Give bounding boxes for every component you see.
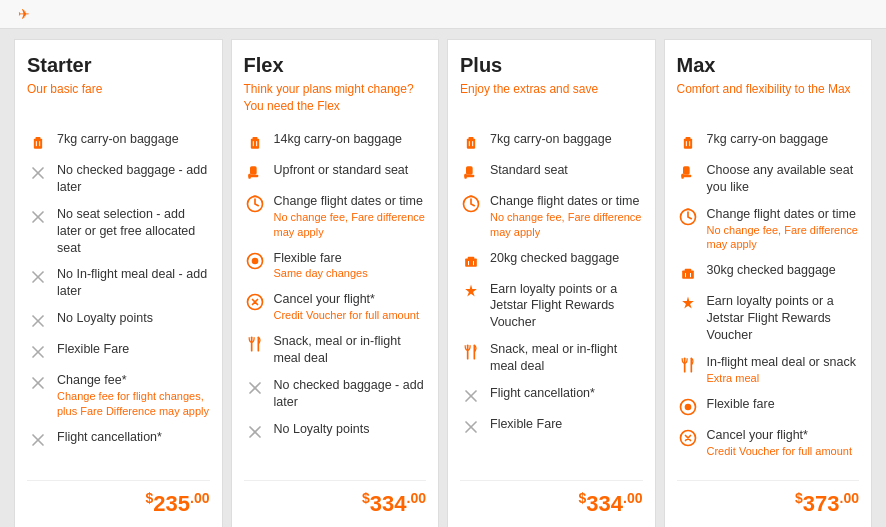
feature-icon-baggage2 bbox=[460, 251, 482, 271]
features-list-plus: 7kg carry-on baggageStandard seatChange … bbox=[460, 131, 643, 468]
feature-text: 7kg carry-on baggage bbox=[490, 131, 612, 148]
feature-icon-baggage bbox=[27, 132, 49, 152]
list-item: Cancel your flight*Credit Voucher for fu… bbox=[677, 427, 860, 459]
currency-symbol: $ bbox=[795, 489, 803, 505]
feature-icon-baggage bbox=[677, 132, 699, 152]
feature-text: Flexible Fare bbox=[490, 416, 562, 433]
feature-text: 30kg checked baggage bbox=[707, 262, 836, 279]
list-item: Flexible Fare bbox=[27, 341, 210, 362]
feature-icon-cross bbox=[27, 207, 49, 227]
feature-text: No checked baggage - add later bbox=[274, 377, 427, 411]
list-item: 7kg carry-on baggage bbox=[460, 131, 643, 152]
cards-container: StarterOur basic fare7kg carry-on baggag… bbox=[0, 29, 886, 527]
feature-text: No In-flight meal deal - add later bbox=[57, 266, 210, 300]
price-plus: $334.00 bbox=[579, 491, 643, 516]
list-item: 7kg carry-on baggage bbox=[27, 131, 210, 152]
svg-rect-22 bbox=[250, 166, 257, 174]
price-max: $373.00 bbox=[795, 491, 859, 516]
feature-icon-cancel bbox=[244, 292, 266, 312]
feature-text: Upfront or standard seat bbox=[274, 162, 409, 179]
svg-point-27 bbox=[251, 257, 258, 264]
list-item: No checked baggage - add later bbox=[244, 377, 427, 411]
card-subtitle-starter: Our basic fare bbox=[27, 81, 210, 117]
list-item: Flexible fareSame day changes bbox=[244, 250, 427, 282]
list-item: 30kg checked baggage bbox=[677, 262, 860, 283]
feature-text: Flight cancellation* bbox=[57, 429, 162, 446]
svg-rect-18 bbox=[250, 139, 258, 149]
list-item: Snack, meal or in-flight meal deal bbox=[460, 341, 643, 375]
svg-rect-24 bbox=[248, 174, 251, 179]
list-item: No checked baggage - add later bbox=[27, 162, 210, 196]
feature-icon-cross bbox=[27, 267, 49, 287]
features-list-starter: 7kg carry-on baggageNo checked baggage -… bbox=[27, 131, 210, 468]
feature-text: Change flight dates or timeNo change fee… bbox=[707, 206, 860, 253]
feature-text: Standard seat bbox=[490, 162, 568, 179]
card-subtitle-flex: Think your plans might change? You need … bbox=[244, 81, 427, 117]
feature-icon-flex bbox=[677, 397, 699, 417]
svg-rect-35 bbox=[467, 139, 475, 149]
svg-rect-43 bbox=[465, 258, 477, 266]
feature-text: Change flight dates or timeNo change fee… bbox=[274, 193, 427, 240]
list-item: Flight cancellation* bbox=[27, 429, 210, 450]
feature-text: No Loyalty points bbox=[274, 421, 370, 438]
feature-text: 14kg carry-on baggage bbox=[274, 131, 403, 148]
feature-text: Choose any available seat you like bbox=[707, 162, 860, 196]
feature-subtext: Credit Voucher for full amount bbox=[707, 444, 853, 459]
list-item: Choose any available seat you like bbox=[677, 162, 860, 196]
svg-rect-57 bbox=[683, 166, 690, 174]
list-item: Flight cancellation* bbox=[460, 385, 643, 406]
feature-text: Earn loyalty points or a Jetstar Flight … bbox=[490, 281, 643, 332]
list-item: Earn loyalty points or a Jetstar Flight … bbox=[677, 293, 860, 344]
feature-icon-seat bbox=[677, 163, 699, 183]
list-item: No Loyalty points bbox=[27, 310, 210, 331]
feature-icon-meal bbox=[244, 334, 266, 354]
feature-text: No checked baggage - add later bbox=[57, 162, 210, 196]
currency-symbol: $ bbox=[146, 489, 154, 505]
card-max: MaxComfort and flexibility to the Max7kg… bbox=[664, 39, 873, 527]
list-item: 7kg carry-on baggage bbox=[677, 131, 860, 152]
list-item: Change flight dates or timeNo change fee… bbox=[244, 193, 427, 240]
svg-rect-41 bbox=[464, 174, 467, 179]
price-starter: $235.00 bbox=[146, 491, 210, 516]
feature-icon-change bbox=[677, 207, 699, 227]
feature-text: Earn loyalty points or a Jetstar Flight … bbox=[707, 293, 860, 344]
list-item: Change flight dates or timeNo change fee… bbox=[460, 193, 643, 240]
feature-subtext: No change fee, Fare difference may apply bbox=[707, 223, 860, 253]
feature-icon-change bbox=[244, 194, 266, 214]
svg-rect-62 bbox=[684, 269, 691, 272]
feature-icon-cancel bbox=[677, 428, 699, 448]
list-item: Flexible Fare bbox=[460, 416, 643, 437]
svg-rect-59 bbox=[681, 174, 684, 179]
price-row-max: $373.00 bbox=[677, 480, 860, 516]
feature-icon-seat bbox=[460, 163, 482, 183]
feature-icon-cross bbox=[244, 378, 266, 398]
svg-rect-53 bbox=[683, 139, 691, 149]
list-item: Earn loyalty points or a Jetstar Flight … bbox=[460, 281, 643, 332]
svg-rect-61 bbox=[682, 271, 694, 279]
feature-icon-meal bbox=[677, 355, 699, 375]
feature-icon-baggage bbox=[244, 132, 266, 152]
features-list-max: 7kg carry-on baggageChoose any available… bbox=[677, 131, 860, 468]
feature-text: No Loyalty points bbox=[57, 310, 153, 327]
feature-text: 7kg carry-on baggage bbox=[57, 131, 179, 148]
feature-icon-loyalty bbox=[677, 294, 699, 314]
list-item: No seat selection - add later or get fre… bbox=[27, 206, 210, 257]
list-item: 20kg checked baggage bbox=[460, 250, 643, 271]
card-title-flex: Flex bbox=[244, 54, 427, 77]
list-item: Cancel your flight*Credit Voucher for fu… bbox=[244, 291, 427, 323]
feature-text: Snack, meal or in-flight meal deal bbox=[490, 341, 643, 375]
svg-rect-36 bbox=[469, 137, 474, 140]
feature-text: Cancel your flight*Credit Voucher for fu… bbox=[707, 427, 853, 459]
card-plus: PlusEnjoy the extras and save7kg carry-o… bbox=[447, 39, 656, 527]
top-bar: ✈ bbox=[0, 0, 886, 29]
card-flex: FlexThink your plans might change? You n… bbox=[231, 39, 440, 527]
svg-rect-1 bbox=[36, 137, 41, 140]
card-subtitle-plus: Enjoy the extras and save bbox=[460, 81, 643, 117]
feature-icon-cross bbox=[27, 373, 49, 393]
feature-icon-baggage2 bbox=[677, 263, 699, 283]
price-row-starter: $235.00 bbox=[27, 480, 210, 516]
feature-icon-loyalty bbox=[460, 282, 482, 302]
price-row-plus: $334.00 bbox=[460, 480, 643, 516]
plane-icon: ✈ bbox=[18, 6, 30, 22]
features-list-flex: 14kg carry-on baggageUpfront or standard… bbox=[244, 131, 427, 468]
